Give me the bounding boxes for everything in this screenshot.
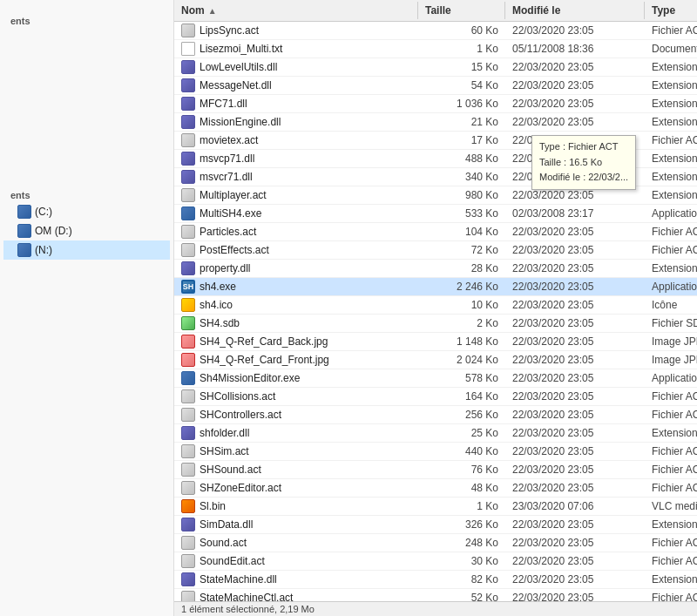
file-size: 1 Ko (477, 500, 498, 512)
file-size-cell: 533 Ko (418, 205, 505, 222)
table-row[interactable]: SimData.dll 326 Ko 22/03/2020 23:05 Exte… (174, 516, 697, 534)
table-row[interactable]: shfolder.dll 25 Ko 22/03/2020 23:05 Exte… (174, 424, 697, 443)
table-row[interactable]: SHSim.act 440 Ko 22/03/2020 23:05 Fichie… (174, 443, 697, 461)
file-size: 2 246 Ko (457, 281, 498, 293)
file-type: Extension de l'app... (652, 189, 697, 201)
file-type-cell: Fichier ACT (645, 132, 697, 149)
file-type-cell: Fichier ACT (645, 406, 697, 423)
file-size-cell: 340 Ko (418, 168, 505, 186)
file-date-cell: 22/03/2020 23:05 (505, 113, 645, 131)
file-date-cell: 22/03/2020 23:05 (505, 315, 645, 332)
file-date: 22/03/2020 23:05 (512, 592, 593, 601)
file-name: StateMachineCtl.act (200, 592, 293, 601)
table-row[interactable]: LowLevelUtils.dll 15 Ko 22/03/2020 23:05… (174, 58, 697, 77)
col-header-size[interactable]: Taille (418, 2, 505, 19)
table-row[interactable]: SH4_Q-Ref_Card_Front.jpg 2 024 Ko 22/03/… (174, 351, 697, 369)
file-size: 533 Ko (465, 207, 498, 220)
file-type-cell: Extension de l'app... (645, 571, 697, 588)
file-name-cell: Multiplayer.act (174, 186, 418, 204)
sidebar-item-n-drive[interactable]: (N:) (3, 240, 170, 260)
file-size-cell: 54 Ko (418, 77, 505, 94)
file-date: 22/03/2020 23:05 (512, 61, 593, 73)
file-type: Extension de l'app... (652, 61, 697, 73)
table-row[interactable]: MFC71.dll 1 036 Ko 22/03/2020 23:05 Exte… (174, 95, 697, 113)
table-row[interactable]: MessageNet.dll 54 Ko 22/03/2020 23:05 Ex… (174, 77, 697, 95)
file-date: 22/03/2020 23:05 (512, 464, 593, 476)
file-date-cell: 22/03/2020 23:05 (505, 241, 645, 259)
file-icon (181, 335, 195, 349)
table-row[interactable]: SH sh4.exe 2 246 Ko 22/03/2020 23:05 App… (174, 278, 697, 296)
table-row[interactable]: SH4_Q-Ref_Card_Back.jpg 1 148 Ko 22/03/2… (174, 333, 697, 351)
file-size-cell: 76 Ko (418, 461, 505, 478)
file-date-cell: 22/03/2020 23:05 (505, 223, 645, 240)
file-name: Sl.bin (200, 500, 226, 512)
file-date-cell: 22/03/2020 23:05 (505, 406, 645, 423)
file-date-cell: 22/03/2020 23:05 (505, 333, 645, 350)
table-row[interactable]: MultiSH4.exe 533 Ko 02/03/2008 23:17 App… (174, 205, 697, 223)
table-row[interactable]: Particles.act 104 Ko 22/03/2020 23:05 Fi… (174, 223, 697, 241)
file-name-cell: Sound.act (174, 534, 418, 552)
table-row[interactable]: SHSound.act 76 Ko 22/03/2020 23:05 Fichi… (174, 461, 697, 479)
file-size-cell: 256 Ko (418, 406, 505, 423)
file-name-cell: MessageNet.dll (174, 77, 418, 94)
file-name: msvcr71.dll (200, 171, 253, 183)
table-row[interactable]: Sound.act 248 Ko 22/03/2020 23:05 Fichie… (174, 534, 697, 552)
file-date-cell: 22/03/2020 23:05 (505, 461, 645, 478)
col-header-type[interactable]: Type (645, 2, 697, 19)
file-type-cell: Extension de l'app... (645, 186, 697, 204)
file-type-cell: Fichier ACT (645, 388, 697, 405)
column-header: Nom ▲ Taille Modifié le Type (174, 0, 697, 22)
file-name-cell: MFC71.dll (174, 95, 418, 112)
table-row[interactable]: Lisezmoi_Multi.txt 1 Ko 05/11/2008 18:36… (174, 40, 697, 58)
table-row[interactable]: PostEffects.act 72 Ko 22/03/2020 23:05 F… (174, 241, 697, 260)
file-type: Application (652, 281, 697, 293)
file-size-cell: 2 246 Ko (418, 278, 505, 295)
table-row[interactable]: MissionEngine.dll 21 Ko 22/03/2020 23:05… (174, 113, 697, 132)
file-type-cell: Fichier ACT (645, 534, 697, 552)
table-row[interactable]: SHZoneEditor.act 48 Ko 22/03/2020 23:05 … (174, 479, 697, 498)
file-name: Sound.act (200, 537, 247, 549)
file-size-cell: 21 Ko (418, 113, 505, 131)
file-type-cell: Fichier ACT (645, 22, 697, 39)
file-name: property.dll (200, 262, 250, 274)
file-size-cell: 72 Ko (418, 241, 505, 259)
file-type-cell: Image JPEG (645, 351, 697, 369)
file-size-cell: 10 Ko (418, 296, 505, 314)
file-type: Image JPEG (652, 354, 697, 366)
file-name: SHSound.act (200, 464, 261, 476)
table-row[interactable]: SHControllers.act 256 Ko 22/03/2020 23:0… (174, 406, 697, 424)
file-icon (181, 152, 195, 166)
file-name: shfolder.dll (200, 427, 249, 439)
table-row[interactable]: SoundEdit.act 30 Ko 22/03/2020 23:05 Fic… (174, 552, 697, 571)
file-size: 54 Ko (471, 79, 498, 91)
sidebar-item-c-drive[interactable]: (C:) (3, 202, 170, 221)
file-icon: SH (181, 280, 195, 294)
file-type-cell: Application (645, 369, 697, 387)
file-date: 22/03/2020 23:05 (512, 518, 593, 531)
file-size: 326 Ko (465, 518, 498, 531)
table-row[interactable]: property.dll 28 Ko 22/03/2020 23:05 Exte… (174, 260, 697, 278)
table-row[interactable]: StateMachineCtl.act 52 Ko 22/03/2020 23:… (174, 589, 697, 601)
file-name-cell: movietex.act (174, 132, 418, 149)
file-date-cell: 22/03/2020 23:05 (505, 260, 645, 277)
file-name-cell: Particles.act (174, 223, 418, 240)
file-icon (181, 353, 195, 367)
sidebar-item-d-drive[interactable]: OM (D:) (3, 221, 170, 240)
file-date-cell: 22/03/2020 23:05 (505, 58, 645, 76)
file-name-cell: SH4_Q-Ref_Card_Front.jpg (174, 351, 418, 369)
table-row[interactable]: StateMachine.dll 82 Ko 22/03/2020 23:05 … (174, 571, 697, 589)
file-name: LipsSync.act (200, 24, 259, 37)
table-row[interactable]: LipsSync.act 60 Ko 22/03/2020 23:05 Fich… (174, 22, 697, 40)
table-row[interactable]: Sl.bin 1 Ko 23/03/2020 07:06 VLC media f… (174, 498, 697, 516)
file-date: 22/03/2020 23:05 (512, 427, 593, 439)
table-row[interactable]: SHCollisions.act 164 Ko 22/03/2020 23:05… (174, 388, 697, 406)
col-header-date[interactable]: Modifié le (505, 2, 645, 19)
file-icon (181, 536, 195, 550)
col-header-name[interactable]: Nom ▲ (174, 2, 418, 19)
file-name: SH4_Q-Ref_Card_Back.jpg (200, 335, 328, 348)
table-row[interactable]: sh4.ico 10 Ko 22/03/2020 23:05 Icône (174, 296, 697, 315)
table-row[interactable]: Sh4MissionEditor.exe 578 Ko 22/03/2020 2… (174, 369, 697, 388)
table-row[interactable]: SH4.sdb 2 Ko 22/03/2020 23:05 Fichier SD… (174, 315, 697, 333)
file-date-cell: 22/03/2020 23:05 (505, 424, 645, 442)
file-size: 256 Ko (465, 409, 498, 421)
